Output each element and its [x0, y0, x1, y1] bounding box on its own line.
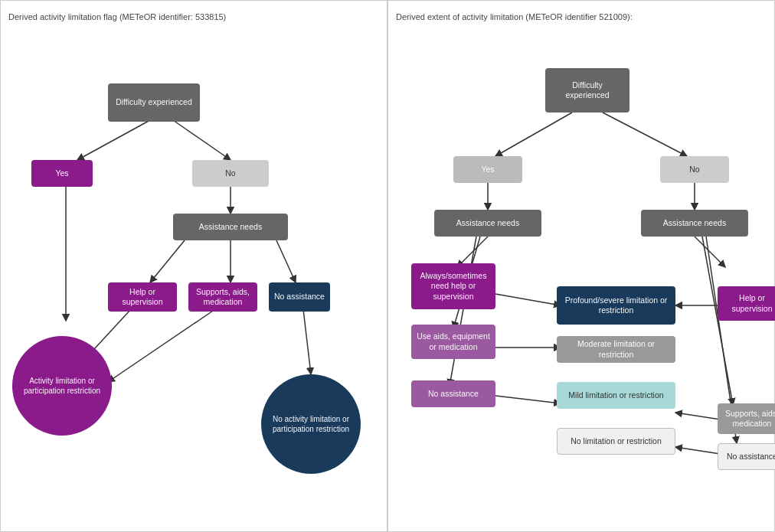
- right-panel: Derived extent of activity limitation (M…: [388, 0, 775, 532]
- right-no-asst-right-node: No assistance: [718, 443, 775, 470]
- right-profound-node: Profound/severe limitation or restrictio…: [557, 286, 675, 325]
- left-assistance-node: Assistance needs: [173, 214, 288, 240]
- right-no-node: No: [660, 156, 729, 183]
- right-assistance-no-node: Assistance needs: [641, 210, 748, 237]
- right-supports-node: Supports, aids, medication: [718, 403, 775, 434]
- svg-line-9: [108, 309, 215, 382]
- right-assistance-yes-node: Assistance needs: [434, 210, 541, 237]
- svg-line-10: [303, 309, 311, 374]
- right-root-node: Difficulty experienced: [545, 68, 629, 113]
- svg-line-1: [77, 120, 150, 160]
- left-root-node: Difficulty experienced: [108, 83, 200, 122]
- right-yes-node: Yes: [453, 156, 522, 183]
- svg-line-7: [276, 240, 296, 282]
- right-help-node: Help or supervision: [718, 286, 775, 321]
- left-help-node: Help or supervision: [108, 282, 177, 312]
- left-yes-node: Yes: [31, 160, 93, 187]
- left-circle-yes: Activity limitation or participation res…: [12, 336, 112, 436]
- svg-line-26: [702, 237, 733, 405]
- right-flowchart: Difficulty experienced Yes No Assistance…: [396, 30, 767, 504]
- svg-line-21: [495, 396, 561, 403]
- left-panel-title: Derived activity limitation flag (METeOR…: [8, 11, 379, 22]
- svg-line-18: [450, 237, 476, 386]
- left-no-assistance-node: No assistance: [269, 282, 330, 312]
- right-moderate-node: Moderate limitation or restriction: [557, 336, 675, 363]
- right-none-node: No limitation or restriction: [557, 428, 675, 455]
- left-circle-no: No activity limitation or participation …: [261, 374, 361, 474]
- right-no-assistance-left-node: No assistance: [411, 380, 495, 407]
- right-panel-title: Derived extent of activity limitation (M…: [396, 11, 767, 22]
- svg-line-12: [495, 113, 572, 156]
- left-panel: Derived activity limitation flag (METeOR…: [0, 0, 388, 532]
- right-mild-node: Mild limitation or restriction: [557, 382, 675, 409]
- left-flowchart: Difficulty experienced Yes No Assistance…: [8, 30, 379, 504]
- right-use-aids-node: Use aids, equipment or medication: [411, 325, 495, 359]
- right-always-node: Always/sometimes need help or supervisio…: [411, 263, 495, 309]
- svg-line-2: [173, 120, 231, 160]
- svg-line-13: [603, 113, 687, 156]
- svg-line-25: [695, 237, 725, 267]
- svg-line-19: [495, 294, 561, 305]
- svg-line-16: [457, 237, 488, 267]
- left-no-node: No: [192, 160, 269, 187]
- left-supports-node: Supports, aids, medication: [188, 282, 257, 312]
- svg-line-5: [150, 240, 185, 282]
